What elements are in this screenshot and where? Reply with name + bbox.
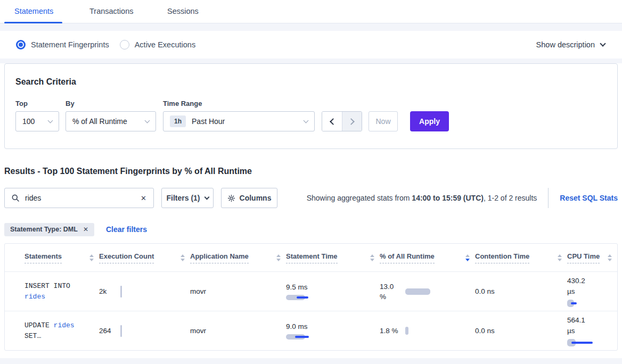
- filter-chip-label: Statement Type: DML: [10, 226, 78, 233]
- tab-transactions[interactable]: Transactions: [89, 7, 133, 15]
- cpu-time-bar: [567, 300, 577, 307]
- view-mode-row: Statement Fingerprints Active Executions…: [0, 31, 622, 59]
- column-label: Application Name: [190, 252, 249, 263]
- sort-icon: [558, 254, 562, 261]
- aggregated-stats-text: Showing aggregated stats from 14:00 to 1…: [307, 194, 537, 202]
- top-group: Top 100: [15, 100, 59, 131]
- column-label: % of All Runtime: [380, 252, 435, 263]
- column-label: Statements: [24, 252, 62, 263]
- by-group: By % of All Runtime: [66, 100, 156, 131]
- radio-selected-icon: [16, 40, 26, 49]
- search-icon: [12, 194, 19, 202]
- tab-bar: Statements Transactions Sessions: [0, 0, 622, 23]
- statements-page: Statements Transactions Sessions Stateme…: [0, 0, 622, 364]
- gear-icon: [227, 194, 235, 202]
- page-background-strip: [0, 358, 622, 364]
- contention-time-value: 0.0 ns: [475, 287, 567, 295]
- statement-fingerprint: UPDATE rides SET…: [24, 320, 92, 342]
- columns-button[interactable]: Columns: [221, 188, 277, 208]
- column-header-execution-count[interactable]: Execution Count: [99, 252, 190, 263]
- stats-time-range: 14:00 to 15:59 (UTC): [412, 194, 484, 202]
- clear-search-icon[interactable]: ✕: [141, 194, 146, 202]
- statement-table-link[interactable]: rides: [24, 293, 45, 301]
- statement-table-link[interactable]: rides: [54, 321, 75, 329]
- page-background-strip: [0, 23, 622, 31]
- column-header--of-all-runtime[interactable]: % of All Runtime: [380, 252, 475, 263]
- search-criteria-title: Search Criteria: [15, 77, 607, 87]
- show-description-toggle[interactable]: Show description: [536, 40, 605, 49]
- statement-text: SET…: [24, 332, 41, 340]
- time-range-select[interactable]: 1h Past Hour: [163, 111, 315, 131]
- by-select-value: % of All Runtime: [72, 117, 127, 126]
- column-header-statement-time[interactable]: Statement Time: [286, 252, 380, 263]
- sort-icon: [370, 254, 374, 261]
- active-tab-indicator: [4, 22, 62, 23]
- table-header: StatementsExecution CountApplication Nam…: [5, 244, 617, 271]
- chevron-left-icon: [330, 118, 337, 125]
- pct-runtime-bar: [405, 327, 408, 335]
- execution-count-value: 264: [99, 327, 120, 335]
- column-header-cpu-time[interactable]: CPU Time: [567, 252, 617, 263]
- contention-time-value: 0.0 ns: [475, 327, 567, 335]
- chevron-right-icon: [348, 118, 355, 125]
- tab-statements[interactable]: Statements: [14, 7, 53, 15]
- filters-button[interactable]: Filters (1): [161, 188, 214, 208]
- clear-filters-link[interactable]: Clear filters: [106, 225, 147, 234]
- results-summary-area: Showing aggregated stats from 14:00 to 1…: [307, 188, 618, 208]
- column-label: Execution Count: [99, 252, 154, 263]
- pct-runtime-value: 13.0 %: [380, 282, 401, 302]
- tab-sessions[interactable]: Sessions: [167, 7, 199, 15]
- statement-time-value: 9.0 ms: [286, 322, 380, 330]
- next-time-button[interactable]: [342, 112, 362, 131]
- top-select[interactable]: 100: [15, 111, 59, 131]
- reset-sql-stats-link[interactable]: Reset SQL Stats: [560, 194, 618, 202]
- radio-unselected-icon: [120, 40, 129, 49]
- radio-label: Active Executions: [135, 40, 195, 49]
- pct-runtime-value: 1.8 %: [380, 326, 401, 336]
- pct-runtime-bar: [405, 288, 430, 295]
- table-row[interactable]: INSERT INTO rides2kmovr9.5 ms13.0 %0.0 n…: [5, 271, 617, 311]
- statement-fingerprint: INSERT INTO rides: [24, 281, 92, 302]
- sort-icon: [181, 254, 185, 261]
- sort-icon: [276, 254, 281, 261]
- time-range-group: Time Range 1h Past Hour: [163, 100, 315, 131]
- apply-button[interactable]: Apply: [410, 111, 449, 131]
- radio-active-executions[interactable]: Active Executions: [120, 40, 195, 49]
- execution-count-bar: [120, 325, 122, 337]
- table-row[interactable]: UPDATE rides SET…264movr9.0 ms1.8 %0.0 n…: [5, 311, 617, 350]
- by-label: By: [66, 100, 156, 107]
- application-name-value: movr: [190, 287, 286, 295]
- sort-icon: [465, 254, 470, 261]
- column-label: Statement Time: [286, 252, 338, 263]
- execution-count-bar: [120, 286, 122, 297]
- show-description-label: Show description: [536, 40, 595, 49]
- search-input[interactable]: [24, 193, 141, 203]
- column-header-application-name[interactable]: Application Name: [190, 252, 286, 263]
- filter-chip-statement-type[interactable]: Statement Type: DML ✕: [4, 223, 94, 236]
- radio-label: Statement Fingerprints: [31, 40, 109, 49]
- time-range-pager: [322, 111, 362, 131]
- search-criteria-card: Search Criteria Top 100 By % of All Runt…: [4, 63, 618, 149]
- cpu-time-value: 564.1 µs: [567, 315, 594, 336]
- filters-button-label: Filters (1): [166, 194, 200, 202]
- chevron-down-icon: [145, 118, 150, 123]
- previous-time-button[interactable]: [322, 112, 342, 131]
- statement-time-value: 9.5 ms: [286, 283, 380, 291]
- time-range-badge: 1h: [170, 115, 186, 127]
- top-label: Top: [15, 100, 59, 107]
- now-button[interactable]: Now: [369, 111, 398, 131]
- results-controls-row: ✕ Filters (1) Columns Showing aggregated…: [4, 188, 618, 208]
- table-body: INSERT INTO rides2kmovr9.5 ms13.0 %0.0 n…: [5, 271, 617, 350]
- radio-statement-fingerprints[interactable]: Statement Fingerprints: [16, 40, 109, 49]
- by-select[interactable]: % of All Runtime: [66, 111, 156, 131]
- time-range-value: Past Hour: [192, 117, 225, 126]
- chevron-down-icon: [48, 118, 53, 123]
- remove-filter-icon[interactable]: ✕: [83, 226, 88, 233]
- search-criteria-form: Top 100 By % of All Runtime Time Range 1…: [15, 100, 607, 131]
- column-header-contention-time[interactable]: Contention Time: [475, 252, 567, 263]
- sort-icon: [89, 254, 94, 261]
- statement-time-bar: [286, 295, 308, 300]
- column-label: CPU Time: [567, 252, 600, 263]
- sort-icon: [608, 254, 612, 261]
- column-header-statements[interactable]: Statements: [24, 252, 99, 263]
